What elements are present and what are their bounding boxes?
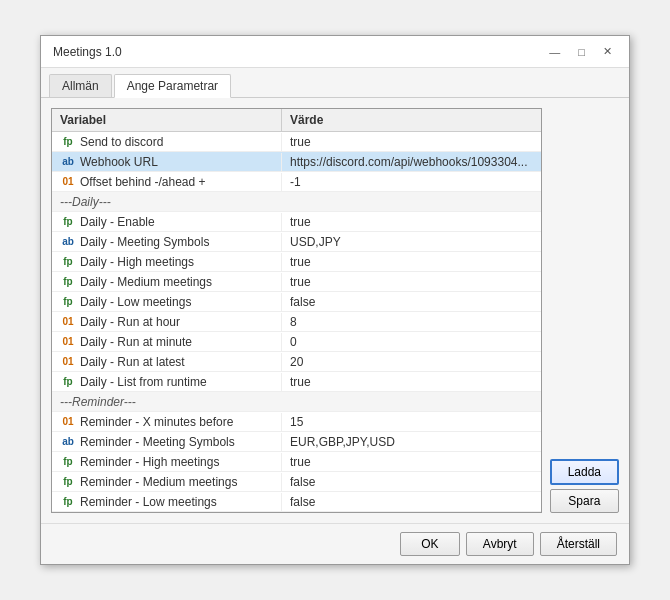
table-row[interactable]: fp Reminder - Low meetings false [52,492,541,512]
row-value: true [282,453,541,471]
table-row[interactable]: fp Reminder - Medium meetings false [52,472,541,492]
row-variable: fp Send to discord [52,133,282,151]
row-variable: fp Reminder - High meetings [52,453,282,471]
type-icon: fp [60,476,76,487]
table-row[interactable]: 01 Daily - Run at hour 8 [52,312,541,332]
type-icon: fp [60,276,76,287]
table-body: fp Send to discord true ab Webhook URL h… [52,132,541,512]
table-row[interactable]: 01 Daily - Run at minute 0 [52,332,541,352]
type-icon: fp [60,216,76,227]
type-icon: fp [60,496,76,507]
type-icon: 01 [60,176,76,187]
ok-button[interactable]: OK [400,532,460,556]
row-value: 8 [282,313,541,331]
table-row[interactable]: fp Daily - Medium meetings true [52,272,541,292]
variable-label: Reminder - X minutes before [80,415,233,429]
table-header: Variabel Värde [52,109,541,132]
footer: OK Avbryt Återställ [41,523,629,564]
title-bar: Meetings 1.0 — □ ✕ [41,36,629,68]
table-separator: ---Daily--- [52,192,541,212]
type-icon: ab [60,436,76,447]
row-variable: 01 Daily - Run at minute [52,333,282,351]
table-row[interactable]: fp Daily - Low meetings false [52,292,541,312]
variable-label: Webhook URL [80,155,158,169]
table-row[interactable]: 01 Reminder - X minutes before 15 [52,412,541,432]
row-variable: 01 Offset behind -/ahead + [52,173,282,191]
variable-label: Daily - Enable [80,215,155,229]
load-button[interactable]: Ladda [550,459,619,485]
type-icon: 01 [60,356,76,367]
row-value: true [282,133,541,151]
header-variable: Variabel [52,109,282,131]
tab-bar: Allmän Ange Parametrar [41,68,629,98]
cancel-button[interactable]: Avbryt [466,532,534,556]
table-row[interactable]: fp Reminder - High meetings true [52,452,541,472]
row-variable: fp Daily - Medium meetings [52,273,282,291]
row-value: false [282,293,541,311]
table-row[interactable]: ab Reminder - Meeting Symbols EUR,GBP,JP… [52,432,541,452]
separator-label: ---Reminder--- [52,393,541,411]
row-variable: fp Reminder - Medium meetings [52,473,282,491]
variable-label: Reminder - Low meetings [80,495,217,509]
variable-label: Daily - Run at latest [80,355,185,369]
row-variable: ab Daily - Meeting Symbols [52,233,282,251]
window-title: Meetings 1.0 [53,45,122,59]
row-variable: fp Daily - High meetings [52,253,282,271]
type-icon: fp [60,456,76,467]
row-value: USD,JPY [282,233,541,251]
variable-label: Daily - Medium meetings [80,275,212,289]
variable-label: Daily - Meeting Symbols [80,235,209,249]
main-window: Meetings 1.0 — □ ✕ Allmän Ange Parametra… [40,35,630,565]
close-button[interactable]: ✕ [598,44,617,59]
type-icon: fp [60,256,76,267]
row-variable: ab Reminder - Meeting Symbols [52,433,282,451]
table-row[interactable]: fp Daily - List from runtime true [52,372,541,392]
tab-ange-parametrar[interactable]: Ange Parametrar [114,74,231,98]
table-row[interactable]: fp Daily - Enable true [52,212,541,232]
row-value: -1 [282,173,541,191]
table-row[interactable]: 01 Daily - Run at latest 20 [52,352,541,372]
table-row[interactable]: fp Daily - High meetings true [52,252,541,272]
type-icon: fp [60,376,76,387]
row-variable: fp Reminder - Low meetings [52,493,282,511]
type-icon: ab [60,156,76,167]
parameters-table: Variabel Värde fp Send to discord true a… [51,108,542,513]
table-row[interactable]: 01 Offset behind -/ahead + -1 [52,172,541,192]
row-variable: 01 Daily - Run at hour [52,313,282,331]
row-value: false [282,493,541,511]
row-variable: fp Daily - Low meetings [52,293,282,311]
maximize-button[interactable]: □ [573,44,590,59]
row-value: https://discord.com/api/webhooks/1093304… [282,153,541,171]
header-value: Värde [282,109,541,131]
row-value: 0 [282,333,541,351]
table-row[interactable]: ab Daily - Meeting Symbols USD,JPY [52,232,541,252]
row-variable: fp Daily - Enable [52,213,282,231]
row-value: 20 [282,353,541,371]
save-button[interactable]: Spara [550,489,619,513]
tab-allman[interactable]: Allmän [49,74,112,97]
row-value: true [282,253,541,271]
title-controls: — □ ✕ [544,44,617,59]
variable-label: Daily - List from runtime [80,375,207,389]
row-variable: 01 Daily - Run at latest [52,353,282,371]
row-value: EUR,GBP,JPY,USD [282,433,541,451]
table-separator: ---Reminder--- [52,392,541,412]
content-area: Variabel Värde fp Send to discord true a… [41,98,629,523]
reset-button[interactable]: Återställ [540,532,617,556]
row-value: false [282,473,541,491]
row-variable: ab Webhook URL [52,153,282,171]
type-icon: ab [60,236,76,247]
row-variable: fp Daily - List from runtime [52,373,282,391]
variable-label: Daily - Run at minute [80,335,192,349]
variable-label: Daily - High meetings [80,255,194,269]
type-icon: 01 [60,316,76,327]
minimize-button[interactable]: — [544,44,565,59]
table-row[interactable]: ab Webhook URL https://discord.com/api/w… [52,152,541,172]
variable-label: Offset behind -/ahead + [80,175,206,189]
variable-label: Daily - Low meetings [80,295,191,309]
variable-label: Send to discord [80,135,163,149]
variable-label: Daily - Run at hour [80,315,180,329]
type-icon: fp [60,136,76,147]
table-row[interactable]: fp Send to discord true [52,132,541,152]
row-variable: 01 Reminder - X minutes before [52,413,282,431]
